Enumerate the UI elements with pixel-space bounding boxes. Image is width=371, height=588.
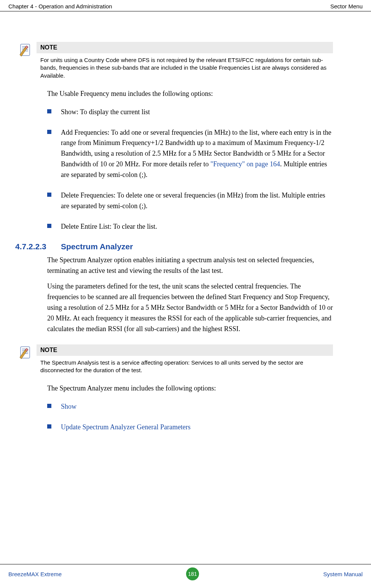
header-right: Sector Menu — [330, 3, 363, 10]
intro-text: The Usable Frequency menu includes the f… — [47, 89, 333, 99]
section-title: Spectrum Analyzer — [61, 242, 133, 251]
page-footer: BreezeMAX Extreme 181 System Manual — [0, 564, 371, 580]
note-text: The Spectrum Analysis test is a service … — [37, 356, 333, 376]
list-item: Delete Frequencies: To delete one or sev… — [47, 190, 333, 212]
link[interactable]: Show — [61, 403, 76, 410]
page-header: Chapter 4 - Operation and Administration… — [0, 0, 371, 11]
note-block: NOTE The Spectrum Analysis test is a ser… — [18, 344, 333, 376]
section-heading: 4.7.2.2.3 Spectrum Analyzer — [15, 242, 333, 251]
list-item: Delete Entire List: To clear the list. — [47, 221, 333, 232]
intro-text: The Spectrum Analyzer menu includes the … — [47, 383, 333, 394]
paragraph: The Spectrum Analyzer option enables ini… — [47, 255, 333, 276]
footer-right: System Manual — [323, 571, 363, 577]
list-item: Update Spectrum Analyzer General Paramet… — [47, 422, 333, 433]
paragraph: Using the parameters defined for the tes… — [47, 281, 333, 334]
cross-reference-link[interactable]: "Frequency" on page 164 — [210, 160, 280, 168]
note-body: NOTE The Spectrum Analysis test is a ser… — [37, 344, 333, 376]
list-item-text: Delete Entire List: To clear the list. — [61, 223, 157, 230]
note-body: NOTE For units using a Country Code wher… — [37, 42, 333, 81]
link[interactable]: Update Spectrum Analyzer General Paramet… — [61, 423, 191, 431]
list-item: Show — [47, 402, 333, 412]
bullet-list: Show: To display the current list Add Fr… — [47, 107, 333, 232]
note-title: NOTE — [37, 42, 333, 53]
note-icon — [18, 42, 37, 81]
note-block: NOTE For units using a Country Code wher… — [18, 42, 333, 81]
page-content: NOTE For units using a Country Code wher… — [0, 11, 371, 433]
footer-left: BreezeMAX Extreme — [8, 571, 62, 577]
note-title: NOTE — [37, 344, 333, 356]
bullet-list: Show Update Spectrum Analyzer General Pa… — [47, 402, 333, 433]
note-text: For units using a Country Code where DFS… — [37, 53, 333, 81]
list-item: Show: To display the current list — [47, 107, 333, 118]
header-left: Chapter 4 - Operation and Administration — [8, 3, 112, 10]
note-icon — [18, 344, 37, 376]
list-item: Add Frequencies: To add one or several f… — [47, 127, 333, 180]
list-item-text: Delete Frequencies: To delete one or sev… — [61, 191, 325, 210]
list-item-text: Show: To display the current list — [61, 108, 150, 116]
section-number: 4.7.2.2.3 — [15, 242, 61, 251]
page-number-badge: 181 — [186, 567, 199, 580]
